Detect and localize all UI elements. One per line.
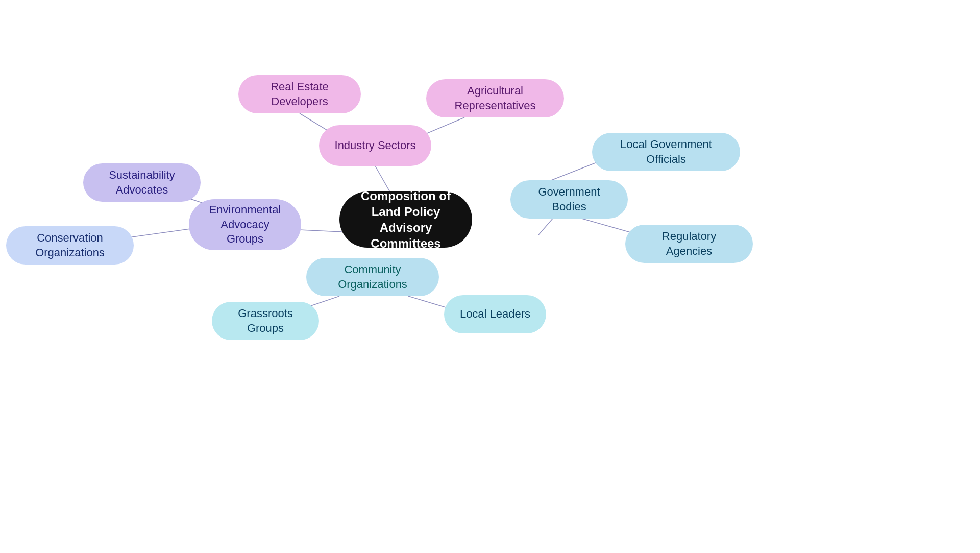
- gov-bodies-label: Government Bodies: [525, 185, 614, 214]
- local-gov-label: Local Government Officials: [606, 137, 726, 166]
- conservation-organizations-node: Conservation Organizations: [6, 226, 134, 265]
- grassroots-groups-node: Grassroots Groups: [212, 302, 319, 340]
- real-estate-developers-node: Real Estate Developers: [238, 75, 361, 113]
- env-label: Environmental Advocacy Groups: [203, 203, 287, 247]
- center-node: Composition of Land Policy Advisory Comm…: [339, 191, 472, 248]
- regulatory-label: Regulatory Agencies: [640, 229, 739, 258]
- center-label: Composition of Land Policy Advisory Comm…: [354, 188, 458, 252]
- agri-label: Agricultural Representatives: [440, 84, 550, 113]
- local-government-officials-node: Local Government Officials: [592, 133, 740, 171]
- local-leaders-node: Local Leaders: [444, 295, 546, 333]
- industry-sectors-label: Industry Sectors: [335, 138, 416, 153]
- environmental-advocacy-node: Environmental Advocacy Groups: [189, 199, 301, 250]
- community-label: Community Organizations: [321, 262, 425, 292]
- regulatory-agencies-node: Regulatory Agencies: [625, 225, 753, 263]
- industry-sectors-node: Industry Sectors: [319, 125, 431, 166]
- grassroots-label: Grassroots Groups: [226, 306, 305, 335]
- real-estate-label: Real Estate Developers: [253, 80, 347, 109]
- sustainability-advocates-node: Sustainability Advocates: [83, 163, 201, 202]
- local-leaders-label: Local Leaders: [460, 307, 530, 322]
- sustain-label: Sustainability Advocates: [97, 168, 186, 197]
- conservation-label: Conservation Organizations: [20, 231, 119, 260]
- government-bodies-node: Government Bodies: [510, 180, 628, 219]
- community-organizations-node: Community Organizations: [306, 258, 439, 296]
- agricultural-representatives-node: Agricultural Representatives: [426, 79, 564, 117]
